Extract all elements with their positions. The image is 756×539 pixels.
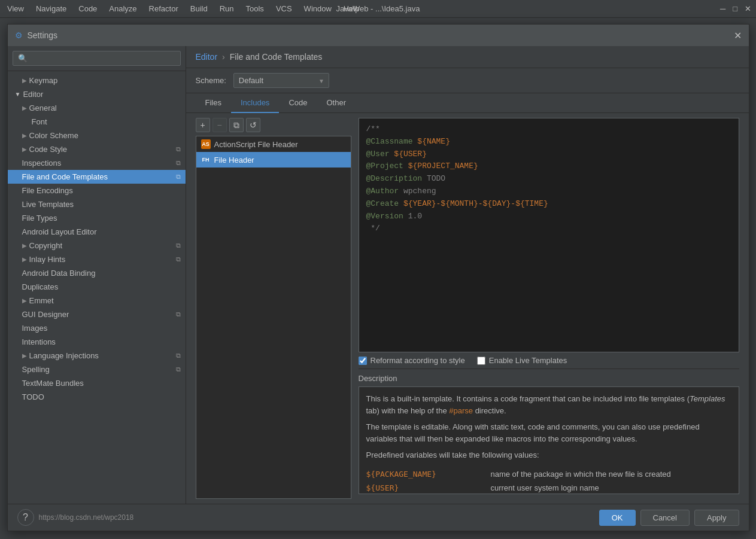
close-btn[interactable]: ✕: [745, 4, 751, 13]
sidebar-item-gui-designer[interactable]: GUI Designer ⧉: [8, 307, 186, 321]
sidebar-item-label: Inspections: [22, 159, 62, 168]
menu-run[interactable]: Run: [217, 3, 236, 14]
arrow-icon: ▶: [22, 146, 27, 153]
sidebar-item-label: Keymap: [29, 76, 58, 85]
menu-build[interactable]: Build: [188, 3, 210, 14]
menu-analyze[interactable]: Analyze: [107, 3, 139, 14]
copy-template-button[interactable]: ⧉: [229, 118, 244, 132]
template-list: AS ActionScript File Header FH File Head…: [196, 136, 351, 499]
dialog-close-button[interactable]: ✕: [734, 30, 742, 41]
add-template-button[interactable]: +: [196, 118, 210, 132]
sidebar-item-file-and-code-templates[interactable]: File and Code Templates ⧉: [8, 170, 186, 184]
live-templates-checkbox-label[interactable]: Enable Live Templates: [477, 356, 567, 365]
tab-includes[interactable]: Includes: [231, 93, 279, 113]
reset-template-button[interactable]: ↺: [246, 118, 260, 132]
sidebar-item-inlay-hints[interactable]: ▶ Inlay Hints ⧉: [8, 252, 186, 266]
sidebar-item-spelling[interactable]: Spelling ⧉: [8, 363, 186, 376]
sidebar-item-android-layout-editor[interactable]: Android Layout Editor: [8, 225, 186, 239]
remove-template-button[interactable]: −: [212, 118, 227, 132]
copy-icon: ⧉: [176, 366, 181, 373]
live-templates-checkbox[interactable]: [477, 357, 485, 365]
sidebar-item-images[interactable]: Images: [8, 321, 186, 335]
sidebar-item-copyright[interactable]: ▶ Copyright ⧉: [8, 239, 186, 252]
tab-other[interactable]: Other: [317, 93, 356, 113]
sidebar-item-android-data-binding[interactable]: Android Data Binding: [8, 266, 186, 280]
tab-code[interactable]: Code: [279, 93, 317, 113]
sidebar-item-label: General: [29, 103, 57, 112]
description-text-3: Predefined variables will take the follo…: [366, 449, 731, 461]
description-panel: Description This is a built-in template.…: [359, 369, 739, 499]
arrow-icon: ▼: [15, 91, 21, 98]
reformat-checkbox[interactable]: [359, 357, 367, 365]
breadcrumb: Editor › File and Code Templates: [186, 46, 749, 68]
variable-desc: current user system login name: [490, 481, 731, 494]
maximize-btn[interactable]: □: [733, 4, 737, 13]
arrow-icon: ▶: [22, 105, 27, 111]
copy-icon: ⧉: [176, 242, 181, 249]
template-item-file-header[interactable]: FH File Header: [196, 152, 351, 168]
menu-view[interactable]: View: [5, 3, 26, 14]
tab-files[interactable]: Files: [196, 93, 231, 113]
apply-button[interactable]: Apply: [694, 510, 739, 526]
sidebar-item-label: Color Scheme: [29, 131, 78, 140]
menu-navigate[interactable]: Navigate: [34, 3, 69, 14]
help-button[interactable]: ?: [17, 509, 34, 526]
sidebar-item-keymap[interactable]: ▶ Keymap: [8, 74, 186, 87]
sidebar-item-file-types[interactable]: File Types: [8, 211, 186, 225]
breadcrumb-parent[interactable]: Editor: [196, 52, 218, 62]
sidebar-item-label: Intentions: [22, 337, 56, 346]
sidebar-item-label: Duplicates: [22, 282, 59, 291]
sidebar-item-label: File Types: [22, 214, 57, 223]
sidebar-item-editor[interactable]: ▼ Editor: [8, 87, 186, 101]
sidebar-item-emmet[interactable]: ▶ Emmet: [8, 294, 186, 307]
sidebar-item-file-encodings[interactable]: File Encodings: [8, 184, 186, 197]
sidebar-item-code-style[interactable]: ▶ Code Style ⧉: [8, 142, 186, 156]
options-row: Reformat according to style Enable Live …: [359, 352, 739, 369]
sidebar-item-label: GUI Designer: [22, 310, 69, 319]
copy-icon: ⧉: [176, 255, 181, 263]
menu-tools[interactable]: Tools: [244, 3, 266, 14]
dialog-title: Settings: [28, 31, 58, 40]
reformat-checkbox-label[interactable]: Reformat according to style: [359, 356, 465, 365]
sidebar-item-label: Emmet: [29, 296, 54, 305]
breadcrumb-current: File and Code Templates: [230, 52, 323, 62]
template-item-actionscript[interactable]: AS ActionScript File Header: [196, 136, 351, 152]
sidebar-item-textmate-bundles[interactable]: TextMate Bundles: [8, 376, 186, 390]
sidebar-item-language-injections[interactable]: ▶ Language Injections ⧉: [8, 349, 186, 363]
sidebar-item-label: Code Style: [29, 145, 68, 154]
tabs-bar: Files Includes Code Other: [186, 93, 749, 113]
menu-code[interactable]: Code: [76, 3, 99, 14]
scheme-select-wrap: Default Project ▼: [233, 73, 329, 88]
scheme-select[interactable]: Default Project: [233, 73, 329, 88]
footer-left: ? https://blog.csdn.net/wpc2018: [17, 509, 134, 526]
dialog-overlay: ⚙ Settings ✕ ▶ Keymap: [0, 18, 756, 539]
search-input[interactable]: [13, 51, 181, 66]
sidebar-item-font[interactable]: Font: [8, 115, 186, 129]
sidebar-item-todo[interactable]: TODO: [8, 390, 186, 404]
sidebar-item-general[interactable]: ▶ General: [8, 101, 186, 115]
sidebar-item-label: File Encodings: [22, 186, 73, 195]
url-bar: https://blog.csdn.net/wpc2018: [39, 513, 134, 522]
menu-refactor[interactable]: Refactor: [147, 3, 181, 14]
ok-button[interactable]: OK: [599, 510, 636, 526]
sidebar-item-label: Android Layout Editor: [22, 227, 97, 236]
content-area: + − ⧉ ↺ AS ActionScript File Header FH: [186, 113, 749, 504]
dialog-title-bar: ⚙ Settings ✕: [8, 25, 749, 46]
code-editor[interactable]: /** @Classname ${NAME} @User ${USER} @Pr…: [359, 118, 739, 352]
sidebar-item-color-scheme[interactable]: ▶ Color Scheme: [8, 129, 186, 142]
minimize-btn[interactable]: ─: [720, 4, 725, 13]
menu-window[interactable]: Window: [302, 3, 334, 14]
copy-icon: ⧉: [176, 352, 181, 360]
sidebar-item-duplicates[interactable]: Duplicates: [8, 280, 186, 294]
sidebar-item-label: Spelling: [22, 365, 50, 374]
table-row: ${PACKAGE_NAME} name of the package in w…: [366, 467, 731, 482]
cancel-button[interactable]: Cancel: [640, 510, 690, 526]
dialog-footer: ? https://blog.csdn.net/wpc2018 OK Cance…: [8, 504, 749, 531]
arrow-icon: ▶: [22, 352, 27, 359]
sidebar-item-inspections[interactable]: Inspections ⧉: [8, 156, 186, 170]
sidebar-item-intentions[interactable]: Intentions: [8, 335, 186, 349]
sidebar-item-label: File and Code Templates: [22, 172, 108, 181]
menu-vcs[interactable]: VCS: [274, 3, 294, 14]
sidebar-item-live-templates[interactable]: Live Templates: [8, 197, 186, 211]
copy-icon: ⧉: [176, 173, 181, 181]
